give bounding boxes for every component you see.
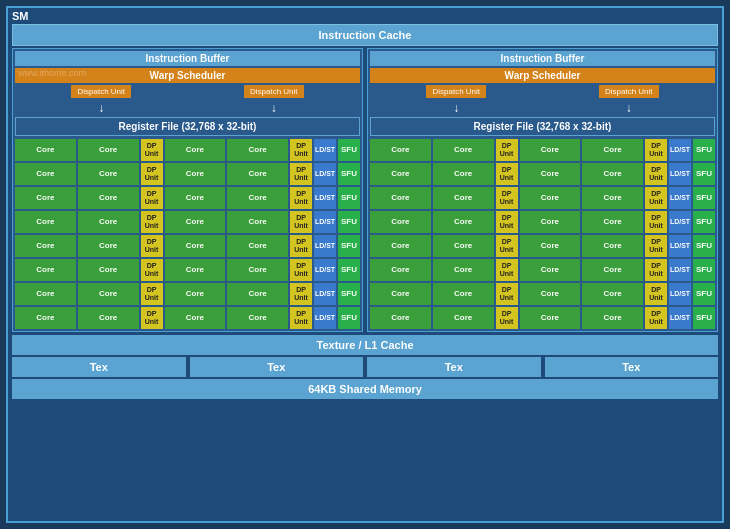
- core-cell: Core: [15, 259, 76, 281]
- right-dispatch-unit-1: Dispatch Unit: [426, 85, 486, 98]
- dp-cell: DPUnit: [141, 139, 163, 161]
- dp-cell: DPUnit: [141, 259, 163, 281]
- core-cell: Core: [227, 187, 288, 209]
- ldst-cell: LD/ST: [669, 163, 691, 185]
- table-row: Core Core DPUnit Core Core DPUnit LD/ST …: [370, 259, 715, 281]
- table-row: Core Core DPUnit Core Core DPUnit LD/ST …: [15, 139, 360, 161]
- core-cell: Core: [433, 307, 494, 329]
- sfu-cell: SFU: [338, 163, 360, 185]
- core-cell: Core: [582, 283, 643, 305]
- sm-container: SM www.ithome.com Instruction Cache Inst…: [6, 6, 724, 523]
- core-cell: Core: [370, 235, 431, 257]
- core-cell: Core: [433, 283, 494, 305]
- table-row: Core Core DPUnit Core Core DPUnit LD/ST …: [370, 235, 715, 257]
- core-cell: Core: [520, 187, 581, 209]
- watermark: www.ithome.com: [18, 68, 86, 78]
- core-cell: Core: [370, 211, 431, 233]
- right-arrow-1: ↓: [453, 101, 459, 115]
- tex-unit-4: Tex: [545, 357, 719, 377]
- sfu-cell: SFU: [338, 235, 360, 257]
- ldst-cell: LD/ST: [669, 139, 691, 161]
- dp-cell: DPUnit: [645, 211, 667, 233]
- dp-cell: DPUnit: [290, 283, 312, 305]
- sfu-cell: SFU: [693, 283, 715, 305]
- core-cell: Core: [520, 139, 581, 161]
- right-half: Instruction Buffer Warp Scheduler Dispat…: [367, 48, 718, 332]
- dp-cell: DPUnit: [290, 259, 312, 281]
- core-cell: Core: [520, 283, 581, 305]
- sfu-cell: SFU: [693, 163, 715, 185]
- core-cell: Core: [227, 235, 288, 257]
- right-warp-scheduler: Warp Scheduler: [370, 68, 715, 83]
- core-cell: Core: [582, 187, 643, 209]
- ldst-cell: LD/ST: [669, 307, 691, 329]
- dp-cell: DPUnit: [645, 139, 667, 161]
- core-cell: Core: [433, 211, 494, 233]
- left-dispatch-unit-1: Dispatch Unit: [71, 85, 131, 98]
- table-row: Core Core DPUnit Core Core DPUnit LD/ST …: [15, 283, 360, 305]
- dp-cell: DPUnit: [290, 307, 312, 329]
- dp-cell: DPUnit: [290, 187, 312, 209]
- dp-cell: DPUnit: [290, 163, 312, 185]
- dp-cell: DPUnit: [496, 187, 518, 209]
- sfu-cell: SFU: [693, 235, 715, 257]
- right-dispatch-unit-2: Dispatch Unit: [599, 85, 659, 98]
- table-row: Core Core DPUnit Core Core DPUnit LD/ST …: [15, 163, 360, 185]
- core-cell: Core: [227, 211, 288, 233]
- core-cell: Core: [433, 187, 494, 209]
- table-row: Core Core DPUnit Core Core DPUnit LD/ST …: [370, 139, 715, 161]
- tex-unit-2: Tex: [190, 357, 364, 377]
- ldst-cell: LD/ST: [314, 211, 336, 233]
- table-row: Core Core DPUnit Core Core DPUnit LD/ST …: [15, 259, 360, 281]
- core-cell: Core: [370, 139, 431, 161]
- dp-cell: DPUnit: [645, 307, 667, 329]
- ldst-cell: LD/ST: [314, 139, 336, 161]
- core-cell: Core: [165, 235, 226, 257]
- core-cell: Core: [582, 235, 643, 257]
- left-dispatch-row: Dispatch Unit Dispatch Unit: [15, 85, 360, 98]
- dp-cell: DPUnit: [141, 163, 163, 185]
- core-cell: Core: [582, 163, 643, 185]
- ldst-cell: LD/ST: [669, 235, 691, 257]
- core-cell: Core: [15, 139, 76, 161]
- sfu-cell: SFU: [338, 259, 360, 281]
- core-cell: Core: [15, 235, 76, 257]
- core-cell: Core: [433, 235, 494, 257]
- sfu-cell: SFU: [693, 187, 715, 209]
- table-row: Core Core DPUnit Core Core DPUnit LD/ST …: [370, 283, 715, 305]
- table-row: Core Core DPUnit Core Core DPUnit LD/ST …: [370, 163, 715, 185]
- left-instruction-buffer: Instruction Buffer: [15, 51, 360, 66]
- tex-unit-3: Tex: [367, 357, 541, 377]
- core-cell: Core: [15, 187, 76, 209]
- core-cell: Core: [78, 259, 139, 281]
- core-cell: Core: [370, 163, 431, 185]
- core-cell: Core: [370, 259, 431, 281]
- core-cell: Core: [227, 259, 288, 281]
- left-core-grid: Core Core DPUnit Core Core DPUnit LD/ST …: [15, 139, 360, 329]
- core-cell: Core: [433, 139, 494, 161]
- core-cell: Core: [227, 163, 288, 185]
- core-cell: Core: [433, 163, 494, 185]
- core-cell: Core: [582, 211, 643, 233]
- dp-cell: DPUnit: [141, 283, 163, 305]
- dp-cell: DPUnit: [496, 235, 518, 257]
- table-row: Core Core DPUnit Core Core DPUnit LD/ST …: [370, 187, 715, 209]
- sfu-cell: SFU: [338, 307, 360, 329]
- shared-memory: 64KB Shared Memory: [12, 379, 718, 399]
- sfu-cell: SFU: [693, 211, 715, 233]
- core-cell: Core: [520, 307, 581, 329]
- core-cell: Core: [165, 187, 226, 209]
- right-instruction-buffer: Instruction Buffer: [370, 51, 715, 66]
- core-cell: Core: [78, 187, 139, 209]
- ldst-cell: LD/ST: [314, 259, 336, 281]
- dp-cell: DPUnit: [496, 307, 518, 329]
- right-dispatch-row: Dispatch Unit Dispatch Unit: [370, 85, 715, 98]
- dp-cell: DPUnit: [141, 307, 163, 329]
- left-arrows: ↓ ↓: [15, 101, 360, 115]
- dp-cell: DPUnit: [141, 235, 163, 257]
- core-cell: Core: [520, 235, 581, 257]
- dp-cell: DPUnit: [290, 235, 312, 257]
- ldst-cell: LD/ST: [669, 187, 691, 209]
- sfu-cell: SFU: [693, 259, 715, 281]
- table-row: Core Core DPUnit Core Core DPUnit LD/ST …: [370, 211, 715, 233]
